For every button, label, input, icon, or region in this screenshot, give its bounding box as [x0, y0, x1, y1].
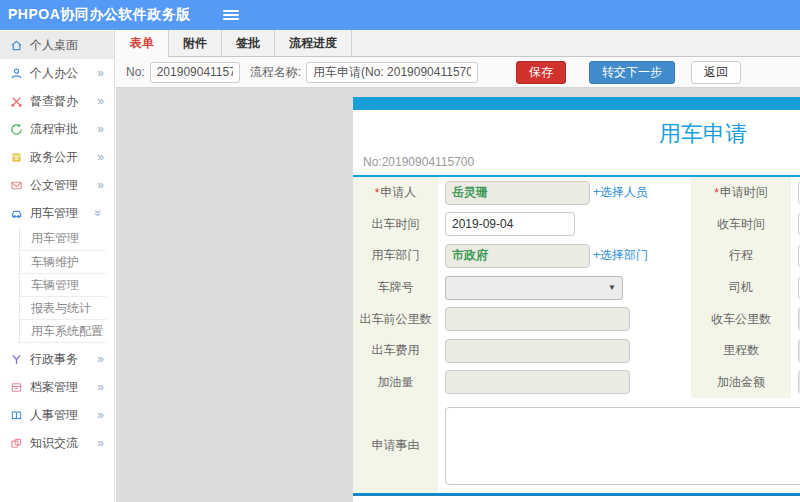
- sidebar-item-admin-affairs[interactable]: 行政事务 »: [0, 345, 114, 373]
- apply-time-label: * 申请时间: [691, 177, 791, 209]
- submenu-item-reports-stats[interactable]: 报表与统计: [20, 296, 106, 319]
- select-personnel-link[interactable]: +选择人员: [593, 184, 648, 201]
- chevron-right-icon: »: [97, 352, 104, 366]
- chevron-right-icon: »: [97, 178, 104, 192]
- km-after-label: 收车公里数: [691, 303, 791, 335]
- required-asterisk: *: [714, 186, 719, 200]
- tab-process-progress[interactable]: 流程进度: [275, 30, 352, 57]
- approval-refresh-icon: [10, 123, 23, 136]
- driver-label: 司机: [691, 272, 791, 304]
- save-button[interactable]: 保存: [516, 61, 566, 84]
- form-no-text: No:20190904115700: [353, 153, 800, 175]
- sidebar-item-label: 个人桌面: [30, 37, 78, 54]
- fuel-amount-input: [445, 370, 630, 394]
- sidebar-item-label: 流程审批: [30, 121, 78, 138]
- tags-icon: [10, 437, 23, 450]
- sidebar-item-vehicle-mgmt[interactable]: 用车管理 »: [0, 199, 114, 227]
- chevron-right-icon: »: [97, 408, 104, 422]
- apply-reason-label: 申请事由: [353, 398, 438, 493]
- submenu-item-vehicle-use[interactable]: 用车管理: [20, 227, 106, 250]
- sidebar-item-document-mgmt[interactable]: 公文管理 »: [0, 171, 114, 199]
- plate-number-label: 车牌号: [353, 272, 438, 304]
- chevron-right-icon: »: [97, 66, 104, 80]
- flow-name-label: 流程名称:: [250, 64, 301, 81]
- archive-icon: [10, 381, 23, 394]
- vehicle-submenu: 用车管理 车辆维护 车辆管理 报表与统计 用车系统配置: [19, 227, 106, 343]
- tab-attachments[interactable]: 附件: [169, 30, 222, 57]
- submenu-item-vehicle-maintenance[interactable]: 车辆维护: [20, 250, 106, 273]
- sidebar-item-label: 知识交流: [30, 435, 78, 452]
- tab-form[interactable]: 表单: [116, 30, 169, 57]
- sidebar-item-process-approval[interactable]: 流程审批 »: [0, 115, 114, 143]
- chevron-down-icon: »: [92, 210, 106, 217]
- no-label: No:: [126, 65, 145, 79]
- return-time-label: 收车时间: [691, 209, 791, 241]
- submenu-item-vehicle-config[interactable]: 用车系统配置: [20, 319, 106, 342]
- vehicle-form-table: * 申请人 +选择人员 * 申请时间 出车时间: [353, 175, 800, 496]
- calendar-icon: [10, 151, 23, 164]
- sidebar-item-supervision[interactable]: 督查督办 »: [0, 87, 114, 115]
- vehicle-dept-input: [445, 244, 590, 268]
- km-before-label: 出车前公里数: [353, 303, 438, 335]
- forward-next-step-button[interactable]: 转交下一步: [589, 61, 675, 84]
- vehicle-dept-label: 用车部门: [353, 240, 438, 272]
- itinerary-label: 行程: [691, 240, 791, 272]
- mileage-label: 里程数: [691, 335, 791, 367]
- chevron-right-icon: »: [97, 436, 104, 450]
- select-department-link[interactable]: +选择部门: [593, 247, 648, 264]
- main-area: 表单 附件 签批 流程进度 No: 流程名称: 保存 转交下一步 返回 用车申请…: [116, 30, 800, 502]
- book-icon: [10, 409, 23, 422]
- fuel-amount-label: 加油量: [353, 367, 438, 399]
- sidebar-item-label: 政务公开: [30, 149, 78, 166]
- chevron-right-icon: »: [97, 150, 104, 164]
- vehicle-application-form-panel: 用车申请 No:20190904115700 * 申请人 +选择人员 * 申请时…: [353, 97, 800, 502]
- applicant-label: * 申请人: [353, 177, 438, 209]
- sidebar-item-label: 公文管理: [30, 177, 78, 194]
- sidebar-item-gov-disclosure[interactable]: 政务公开 »: [0, 143, 114, 171]
- submenu-item-vehicle-admin[interactable]: 车辆管理: [20, 273, 106, 296]
- trip-cost-input: [445, 339, 630, 363]
- user-icon: [10, 67, 23, 80]
- panel-top-accent-bar: [353, 97, 800, 110]
- trip-cost-label: 出车费用: [353, 335, 438, 367]
- hamburger-menu-icon[interactable]: [223, 10, 239, 20]
- depart-time-input[interactable]: [445, 212, 575, 236]
- tab-bar: 表单 附件 签批 流程进度: [116, 30, 800, 57]
- fuel-cost-label: 加油金额: [691, 367, 791, 399]
- chevron-right-icon: »: [97, 122, 104, 136]
- sidebar-item-archive-mgmt[interactable]: 档案管理 »: [0, 373, 114, 401]
- app-topbar: PHPOA协同办公软件政务版: [0, 0, 800, 30]
- form-title: 用车申请: [353, 110, 800, 153]
- home-icon: [10, 39, 23, 52]
- app-title: PHPOA协同办公软件政务版: [8, 6, 191, 24]
- no-input[interactable]: [150, 62, 240, 83]
- envelope-icon: [10, 179, 23, 192]
- sidebar-item-label: 个人办公: [30, 65, 78, 82]
- funnel-icon: [10, 353, 23, 366]
- apply-reason-textarea[interactable]: [445, 407, 800, 485]
- sidebar-item-label: 督查督办: [30, 93, 78, 110]
- chevron-right-icon: »: [97, 380, 104, 394]
- flow-name-input[interactable]: [306, 62, 478, 83]
- sidebar-item-label: 档案管理: [30, 379, 78, 396]
- sidebar-item-label: 用车管理: [30, 205, 78, 222]
- dropdown-caret-icon: ▼: [608, 283, 616, 292]
- sidebar-item-label: 行政事务: [30, 351, 78, 368]
- sidebar-item-label: 人事管理: [30, 407, 78, 424]
- car-icon: [10, 207, 23, 220]
- sidebar: 个人桌面 个人办公 » 督查督办 » 流程审批 » 政务公开 » 公文管理 » …: [0, 30, 115, 502]
- plate-number-select[interactable]: ▼: [445, 276, 623, 300]
- km-before-input: [445, 307, 630, 331]
- tab-content-area: 用车申请 No:20190904115700 * 申请人 +选择人员 * 申请时…: [116, 88, 800, 502]
- required-asterisk: *: [375, 186, 380, 200]
- sidebar-item-knowledge-exchange[interactable]: 知识交流 »: [0, 429, 114, 457]
- supervise-icon: [10, 95, 23, 108]
- back-button[interactable]: 返回: [691, 61, 741, 84]
- sidebar-item-personal-office[interactable]: 个人办公 »: [0, 59, 114, 87]
- sidebar-item-hr-mgmt[interactable]: 人事管理 »: [0, 401, 114, 429]
- sidebar-item-personal-desktop[interactable]: 个人桌面: [0, 31, 114, 59]
- chevron-right-icon: »: [97, 94, 104, 108]
- depart-time-label: 出车时间: [353, 209, 438, 241]
- tab-sign-approval[interactable]: 签批: [222, 30, 275, 57]
- form-toolbar: No: 流程名称: 保存 转交下一步 返回: [116, 57, 800, 88]
